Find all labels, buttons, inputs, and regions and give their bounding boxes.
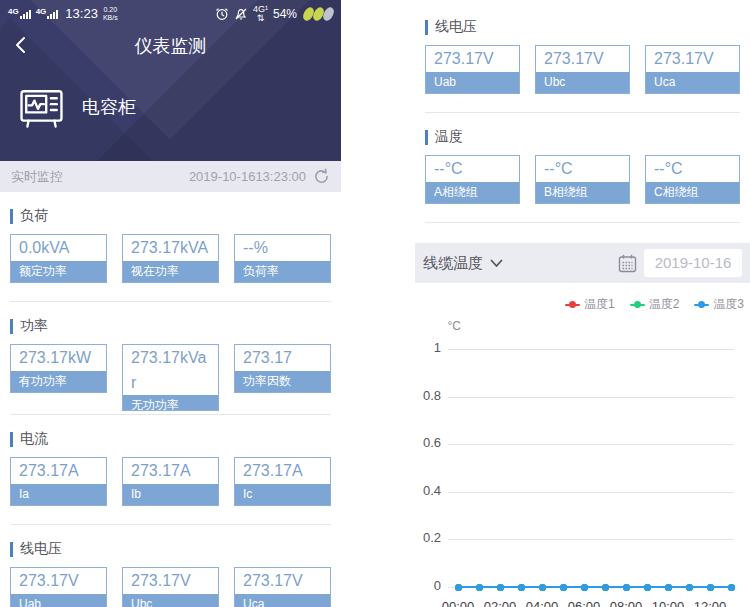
metric-value: 273.17kVar [123,345,218,395]
data-point [476,584,483,591]
metric-card: 0.0kVA额定功率 [10,234,107,283]
y-tick-label: 0 [415,578,441,593]
x-tick-label: 06:00 [560,599,608,607]
metric-value: 273.17V [426,46,519,72]
metric-value: 273.17V [646,46,739,72]
legend-marker-icon [694,304,709,306]
metric-section: 温度--°CA相绕组--°CB相绕组--°CC相绕组 [415,113,750,204]
date-picker[interactable]: 2019-10-16 [644,249,742,277]
metric-section: 负荷0.0kVA额定功率273.17kVA视在功率--%负荷率 [0,192,341,283]
app-screenshot: 4G 4G 13:23 0.20KB/s [0,0,750,607]
metric-label: 有功功率 [11,371,106,392]
metric-card: 273.17kW有功功率 [10,344,107,393]
metric-value: 273.17V [11,568,106,594]
legend-label: 温度3 [713,296,744,313]
data-point [602,584,609,591]
metric-card: 273.17VUca [234,567,331,607]
metric-label: Ubc [536,72,629,93]
metric-card: 273.17AIb [122,457,219,506]
legend-marker-icon [630,304,645,306]
legend-item[interactable]: 温度3 [694,296,744,313]
gridline [448,349,734,350]
data-point [665,584,672,591]
data-point [686,584,693,591]
metric-value: 273.17A [235,458,330,484]
metric-value: --°C [646,156,739,182]
metric-label: 视在功率 [123,261,218,282]
cable-temperature-dropdown[interactable]: 线缆温度 [423,254,503,273]
data-point [581,584,588,591]
gridline [448,539,734,540]
section-title: 功率 [20,317,48,335]
screen-left: 4G 4G 13:23 0.20KB/s [0,0,341,607]
section-marker [425,130,428,145]
signal-4g-icon: 4G [36,8,59,19]
cable-temperature-bar: 线缆温度 2019-10-16 [415,243,750,283]
y-tick-label: 0.8 [415,388,441,403]
data-point [644,584,651,591]
metric-label: Uab [426,72,519,93]
metric-value: 0.0kVA [11,235,106,261]
chevron-down-icon [490,259,503,268]
x-tick-label: 10:00 [644,599,692,607]
data-point [560,584,567,591]
metric-sections-left: 负荷0.0kVA额定功率273.17kVA视在功率--%负荷率功率273.17k… [0,192,341,607]
metric-label: Uca [646,72,739,93]
alarm-clock-icon [215,7,229,21]
status-bar: 4G 4G 13:23 0.20KB/s [0,0,341,27]
metric-card: --°CC相绕组 [645,155,740,204]
section-title: 线电压 [435,18,477,36]
section-title: 负荷 [20,207,48,225]
section-marker [10,432,13,447]
mute-bell-icon [234,7,248,21]
metric-card: 273.17VUbc [122,567,219,607]
section-header: 温度 [425,128,740,146]
monitor-label: 实时监控 [11,168,63,186]
data-point [455,584,462,591]
metric-card-row: 273.17VUab273.17VUbc273.17VUca [425,45,740,94]
metric-card: 273.17AIa [10,457,107,506]
metric-card-row: 0.0kVA额定功率273.17kVA视在功率--%负荷率 [10,234,331,283]
section-header: 线电压 [10,540,331,558]
metric-value: 273.17kVA [123,235,218,261]
temperature-chart: °C 10.80.60.40.2000:0002:0004:0006:0008:… [415,317,750,607]
metric-value: 273.17V [123,568,218,594]
metric-label: A相绕组 [426,182,519,203]
refresh-icon[interactable] [313,168,330,185]
volte-icon: 4G¹⇅ [253,5,268,23]
section-divider [425,222,740,223]
legend-item[interactable]: 温度1 [565,296,615,313]
metric-label: C相绕组 [646,182,739,203]
metric-value: 273.17V [536,46,629,72]
metric-label: Ib [123,484,218,505]
metric-section: 线电压273.17VUab273.17VUbc273.17VUca [415,0,750,94]
section-title: 线电压 [20,540,62,558]
metric-label: 负荷率 [235,261,330,282]
y-tick-label: 1 [415,340,441,355]
metric-value: 273.17kW [11,345,106,371]
y-axis-unit: °C [429,319,461,333]
metric-value: --% [235,235,330,261]
signal-4g-icon: 4G [8,8,31,19]
gridline [448,492,734,493]
battery-icon [304,7,333,21]
metric-section: 电流273.17AIa273.17AIb273.17AIc [0,415,341,506]
metric-sections-right: 线电压273.17VUab273.17VUbc273.17VUca温度--°CA… [415,0,750,223]
back-icon[interactable] [10,34,32,56]
metric-label: Uca [235,594,330,607]
gridline [448,397,734,398]
metric-card: 273.17VUca [645,45,740,94]
legend-item[interactable]: 温度2 [630,296,680,313]
metric-label: 功率因数 [235,371,330,392]
metric-label: 额定功率 [11,261,106,282]
metric-label: Uab [11,594,106,607]
x-tick-label: 00:00 [434,599,482,607]
device-name: 电容柜 [82,95,136,119]
legend-label: 温度2 [649,296,680,313]
section-title: 电流 [20,430,48,448]
metric-label: Ubc [123,594,218,607]
metric-value: 273.17A [123,458,218,484]
metric-card: 273.17VUbc [535,45,630,94]
metric-card-row: 273.17AIa273.17AIb273.17AIc [10,457,331,506]
metric-label: Ic [235,484,330,505]
